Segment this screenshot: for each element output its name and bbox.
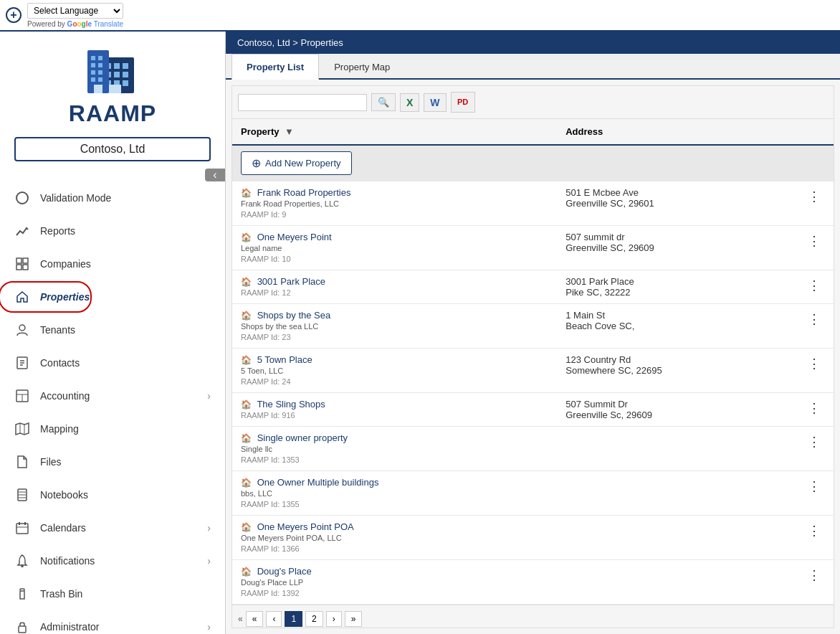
property-raamp-id: RAAMP Id: 24	[241, 377, 291, 386]
add-property-cell: ⊕ Add New Property	[232, 145, 834, 181]
page-prev-button[interactable]: ‹	[266, 611, 282, 627]
page-prev-first-button[interactable]: «	[246, 611, 264, 627]
row-actions-button[interactable]: ⋮	[803, 566, 825, 585]
page-next-button[interactable]: ›	[326, 611, 342, 627]
svg-rect-19	[91, 70, 95, 75]
sidebar-item-notebooks[interactable]: Notebooks	[0, 478, 225, 511]
translate-add-button[interactable]: +	[6, 7, 22, 23]
sidebar-item-accounting[interactable]: Accounting ›	[0, 379, 225, 412]
svg-point-24	[16, 192, 28, 204]
property-raamp-id: RAAMP Id: 1355	[241, 500, 300, 508]
property-cell: 🏠 Shops by the Sea Shops by the sea LLC …	[232, 304, 557, 349]
sidebar-item-notifications[interactable]: Notifications ›	[0, 544, 225, 577]
property-home-icon: 🏠	[241, 277, 252, 287]
sidebar-item-validation-mode[interactable]: Validation Mode	[0, 181, 225, 214]
row-actions-button[interactable]: ⋮	[803, 521, 825, 540]
sidebar-item-mapping[interactable]: Mapping	[0, 412, 225, 445]
export-word-button[interactable]: W	[424, 93, 446, 112]
page-2-button[interactable]: 2	[305, 611, 323, 627]
address-cell	[557, 427, 795, 471]
property-name-link[interactable]: 5 Town Place	[257, 354, 312, 365]
property-name-link[interactable]: 3001 Park Place	[257, 276, 325, 287]
export-excel-button[interactable]: X	[400, 93, 419, 112]
svg-rect-18	[98, 63, 102, 67]
sidebar-item-properties[interactable]: Properties	[0, 280, 225, 313]
company-name-box[interactable]: Contoso, Ltd	[14, 137, 211, 161]
row-actions-button[interactable]: ⋮	[803, 310, 825, 328]
search-input[interactable]	[238, 94, 367, 111]
pdf-icon: PDF	[457, 95, 469, 109]
svg-rect-27	[16, 265, 22, 270]
address-cell: 1 Main St Beach Cove SC,	[557, 304, 795, 349]
sidebar-item-reports[interactable]: Reports	[0, 214, 225, 247]
row-actions-button[interactable]: ⋮	[803, 477, 825, 496]
property-sub: Shops by the sea LLC	[241, 322, 318, 331]
word-icon: W	[430, 97, 439, 108]
property-home-icon: 🏠	[241, 399, 252, 410]
tabs-bar: Property List Property Map	[226, 54, 840, 80]
plus-circle-icon: ⊕	[252, 156, 261, 170]
table-row: 🏠 Frank Road Properties Frank Road Prope…	[232, 181, 834, 226]
row-actions-button[interactable]: ⋮	[803, 276, 825, 295]
property-raamp-id: RAAMP Id: 1353	[241, 455, 300, 464]
table-row: 🏠 Doug's Place Doug's Place LLP RAAMP Id…	[232, 560, 834, 605]
bell-icon	[14, 553, 30, 569]
property-home-icon: 🏠	[241, 433, 252, 443]
property-name-link[interactable]: Shops by the Sea	[257, 310, 331, 321]
sidebar-item-calendars[interactable]: Calendars ›	[0, 511, 225, 544]
calendar-icon	[14, 520, 30, 536]
language-select[interactable]: Select Language	[27, 3, 123, 19]
property-name-link[interactable]: One Owner Multiple buildings	[257, 477, 379, 488]
property-raamp-id: RAAMP Id: 1366	[241, 544, 300, 553]
sidebar-item-contacts[interactable]: Contacts	[0, 346, 225, 379]
address-line2: Pike SC, 32222	[565, 287, 630, 298]
row-actions-button[interactable]: ⋮	[803, 354, 825, 373]
accounting-icon	[14, 388, 30, 404]
row-actions-button[interactable]: ⋮	[803, 187, 825, 206]
address-line2: Greenville SC, 29601	[565, 198, 654, 209]
page-1-button[interactable]: 1	[285, 611, 302, 627]
tab-property-list[interactable]: Property List	[232, 54, 319, 80]
address-line1: 123 Country Rd	[565, 354, 631, 365]
svg-rect-28	[23, 265, 28, 270]
sidebar-item-administrator[interactable]: Administrator ›	[0, 610, 225, 634]
row-actions-button[interactable]: ⋮	[803, 399, 825, 417]
row-actions-button[interactable]: ⋮	[803, 432, 825, 451]
sidebar-item-files[interactable]: Files	[0, 445, 225, 478]
filter-icon[interactable]: ▼	[285, 126, 294, 137]
col-property: Property ▼	[232, 119, 557, 145]
property-name-link[interactable]: The Sling Shops	[257, 399, 325, 410]
property-home-icon: 🏠	[241, 311, 252, 321]
row-actions-button[interactable]: ⋮	[803, 232, 825, 250]
sidebar-item-tenants[interactable]: Tenants	[0, 313, 225, 346]
property-name-link[interactable]: Single owner property	[257, 432, 348, 443]
file-icon	[14, 454, 30, 470]
search-button[interactable]: 🔍	[371, 93, 396, 111]
address-line2: Somewhere SC, 22695	[565, 365, 662, 376]
actions-cell: ⋮	[795, 226, 834, 270]
address-cell: 123 Country Rd Somewhere SC, 22695	[557, 349, 795, 393]
tab-property-map[interactable]: Property Map	[319, 54, 405, 80]
property-name-link[interactable]: Frank Road Properties	[257, 187, 351, 198]
property-sub: Legal name	[241, 244, 282, 252]
sidebar: RAAMP Contoso, Ltd ‹ Validation Mode Rep…	[0, 32, 226, 634]
property-name-link[interactable]: One Meyers Point POA	[257, 521, 354, 532]
svg-rect-7	[114, 72, 120, 77]
svg-rect-15	[91, 56, 95, 60]
add-new-property-button[interactable]: ⊕ Add New Property	[241, 151, 352, 175]
export-pdf-button[interactable]: PDF	[451, 92, 475, 113]
property-sub: Single llc	[241, 445, 272, 453]
col-actions	[795, 119, 834, 145]
property-cell: 🏠 One Meyers Point Legal name RAAMP Id: …	[232, 226, 557, 270]
sidebar-item-companies[interactable]: Companies	[0, 247, 225, 280]
sidebar-item-trash-bin[interactable]: Trash Bin	[0, 577, 225, 610]
property-sub: One Meyers Point POA, LLC	[241, 534, 342, 542]
svg-rect-26	[23, 258, 28, 263]
svg-rect-50	[20, 589, 24, 591]
page-next-last-button[interactable]: »	[345, 611, 363, 627]
sidebar-toggle-button[interactable]: ‹	[205, 169, 225, 181]
property-sub: 5 Toen, LLC	[241, 366, 283, 375]
address-line1: 507 summit dr	[565, 232, 624, 242]
property-name-link[interactable]: One Meyers Point	[257, 232, 332, 242]
property-name-link[interactable]: Doug's Place	[257, 566, 312, 577]
